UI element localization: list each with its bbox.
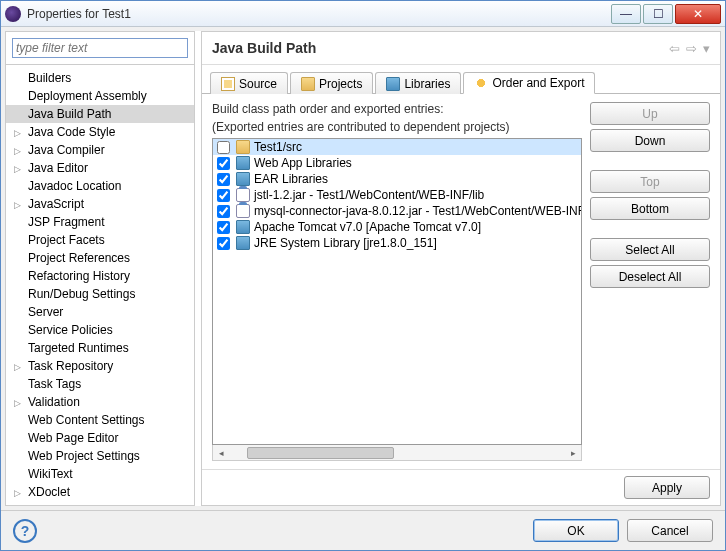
entry-label: jstl-1.2.jar - Test1/WebContent/WEB-INF/… [254,188,484,202]
ok-button[interactable]: OK [533,519,619,542]
scroll-left-icon[interactable]: ◂ [213,448,229,458]
entry-label: EAR Libraries [254,172,328,186]
description-line2: (Exported entries are contributed to dep… [212,120,582,134]
sidebar-item-builders[interactable]: Builders [6,69,194,87]
apply-row: Apply [202,469,720,505]
tab-label: Projects [319,77,362,91]
entry-label: Web App Libraries [254,156,352,170]
main-header: Java Build Path ⇦ ⇨ ▾ [202,32,720,65]
sidebar-item-wikitext[interactable]: WikiText [6,465,194,483]
sidebar-item-javascript[interactable]: JavaScript [6,195,194,213]
sidebar-item-service-policies[interactable]: Service Policies [6,321,194,339]
help-icon[interactable]: ? [13,519,37,543]
sidebar-item-validation[interactable]: Validation [6,393,194,411]
up-button[interactable]: Up [590,102,710,125]
classpath-entry[interactable]: Apache Tomcat v7.0 [Apache Tomcat v7.0] [213,219,581,235]
main-panel: Java Build Path ⇦ ⇨ ▾ SourceProjectsLibr… [201,31,721,506]
sidebar-item-task-repository[interactable]: Task Repository [6,357,194,375]
entry-icon [236,204,250,218]
sidebar-item-java-editor[interactable]: Java Editor [6,159,194,177]
entry-label: Apache Tomcat v7.0 [Apache Tomcat v7.0] [254,220,481,234]
sidebar-item-project-facets[interactable]: Project Facets [6,231,194,249]
classpath-entry[interactable]: jstl-1.2.jar - Test1/WebContent/WEB-INF/… [213,187,581,203]
entry-label: Test1/src [254,140,302,154]
tab-content: Build class path order and exported entr… [202,94,720,469]
tab-projects[interactable]: Projects [290,72,373,94]
entry-icon [236,236,250,250]
sidebar-item-java-build-path[interactable]: Java Build Path [6,105,194,123]
entry-icon [236,140,250,154]
cancel-button[interactable]: Cancel [627,519,713,542]
filter-input[interactable] [12,38,188,58]
sidebar-item-jsp-fragment[interactable]: JSP Fragment [6,213,194,231]
export-checkbox[interactable] [217,141,230,154]
sidebar-item-server[interactable]: Server [6,303,194,321]
sidebar-item-java-compiler[interactable]: Java Compiler [6,141,194,159]
nav-forward-icon[interactable]: ⇨ [686,41,697,56]
minimize-button[interactable]: — [611,4,641,24]
top-button[interactable]: Top [590,170,710,193]
description-line1: Build class path order and exported entr… [212,102,582,116]
sidebar-item-project-references[interactable]: Project References [6,249,194,267]
classpath-entry[interactable]: JRE System Library [jre1.8.0_151] [213,235,581,251]
sidebar-item-web-project-settings[interactable]: Web Project Settings [6,447,194,465]
classpath-entry[interactable]: mysql-connector-java-8.0.12.jar - Test1/… [213,203,581,219]
window-buttons: — ☐ ✕ [609,4,721,24]
export-checkbox[interactable] [217,205,230,218]
sidebar-item-task-tags[interactable]: Task Tags [6,375,194,393]
filter-box [12,38,188,58]
nav-back-icon[interactable]: ⇦ [669,41,680,56]
scroll-right-icon[interactable]: ▸ [565,448,581,458]
classpath-entry[interactable]: Test1/src [213,139,581,155]
tab-order-and-export[interactable]: Order and Export [463,72,595,94]
category-tree[interactable]: BuildersDeployment AssemblyJava Build Pa… [6,64,194,505]
classpath-entry[interactable]: EAR Libraries [213,171,581,187]
order-buttons: Up Down Top Bottom Select All Deselect A… [590,102,710,461]
sidebar-item-java-code-style[interactable]: Java Code Style [6,123,194,141]
export-checkbox[interactable] [217,173,230,186]
sidebar-item-web-content-settings[interactable]: Web Content Settings [6,411,194,429]
sidebar-item-javadoc-location[interactable]: Javadoc Location [6,177,194,195]
dialog-footer: ? OK Cancel [1,510,725,550]
scroll-thumb[interactable] [247,447,394,459]
window-title: Properties for Test1 [27,7,609,21]
sidebar-item-web-page-editor[interactable]: Web Page Editor [6,429,194,447]
tab-label: Order and Export [492,76,584,90]
order-and-export-tab-icon [474,76,488,90]
entry-label: JRE System Library [jre1.8.0_151] [254,236,437,250]
apply-button[interactable]: Apply [624,476,710,499]
export-checkbox[interactable] [217,221,230,234]
order-left-column: Build class path order and exported entr… [212,102,582,461]
sidebar: BuildersDeployment AssemblyJava Build Pa… [5,31,195,506]
export-checkbox[interactable] [217,237,230,250]
horizontal-scrollbar[interactable]: ◂ ▸ [212,445,582,461]
export-checkbox[interactable] [217,189,230,202]
source-tab-icon [221,77,235,91]
dialog-top: BuildersDeployment AssemblyJava Build Pa… [5,31,721,506]
export-checkbox[interactable] [217,157,230,170]
entry-icon [236,220,250,234]
down-button[interactable]: Down [590,129,710,152]
projects-tab-icon [301,77,315,91]
tab-libraries[interactable]: Libraries [375,72,461,94]
entry-icon [236,172,250,186]
bottom-button[interactable]: Bottom [590,197,710,220]
tab-source[interactable]: Source [210,72,288,94]
sidebar-item-run-debug-settings[interactable]: Run/Debug Settings [6,285,194,303]
nav-menu-icon[interactable]: ▾ [703,41,710,56]
classpath-list[interactable]: Test1/srcWeb App LibrariesEAR Librariesj… [212,138,582,445]
sidebar-item-refactoring-history[interactable]: Refactoring History [6,267,194,285]
close-button[interactable]: ✕ [675,4,721,24]
classpath-entry[interactable]: Web App Libraries [213,155,581,171]
tab-label: Source [239,77,277,91]
tab-label: Libraries [404,77,450,91]
select-all-button[interactable]: Select All [590,238,710,261]
maximize-button[interactable]: ☐ [643,4,673,24]
titlebar[interactable]: Properties for Test1 — ☐ ✕ [1,1,725,27]
sidebar-item-targeted-runtimes[interactable]: Targeted Runtimes [6,339,194,357]
sidebar-item-xdoclet[interactable]: XDoclet [6,483,194,501]
deselect-all-button[interactable]: Deselect All [590,265,710,288]
sidebar-item-deployment-assembly[interactable]: Deployment Assembly [6,87,194,105]
properties-dialog: Properties for Test1 — ☐ ✕ BuildersDeplo… [0,0,726,551]
entry-icon [236,188,250,202]
